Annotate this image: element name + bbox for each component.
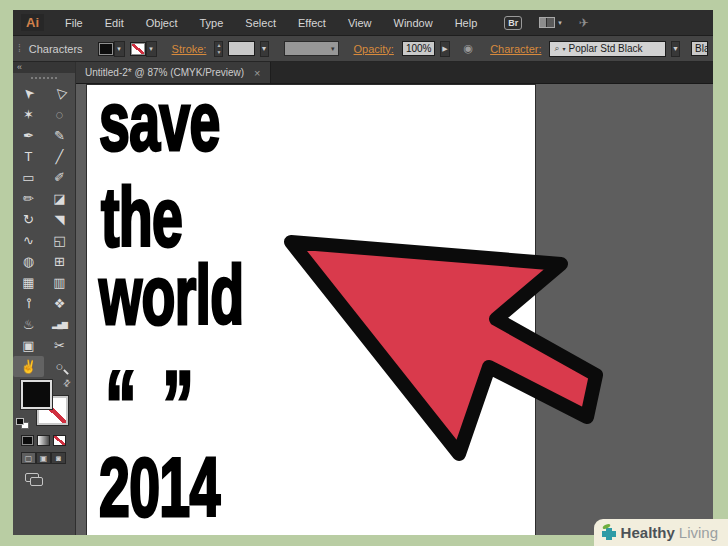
draw-behind-button[interactable]: ▣ <box>36 452 51 464</box>
illustrator-window: Ai File Edit Object Type Select Effect V… <box>13 10 713 535</box>
canvas-text-quotes[interactable]: “ ” <box>105 357 198 453</box>
menu-help[interactable]: Help <box>455 17 478 29</box>
panel-grip-icon[interactable]: ⁞ <box>18 43 20 54</box>
chevron-down-icon: ▾ <box>558 19 562 27</box>
fill-dropdown-button[interactable]: ▾ <box>114 41 125 57</box>
watermark-bold-text: Healthy <box>621 524 675 541</box>
watermark-light-text: Living <box>679 524 718 541</box>
rectangle-tool[interactable]: ▭ <box>13 167 44 188</box>
menu-select[interactable]: Select <box>245 17 276 29</box>
canvas-text-the[interactable]: the <box>101 175 182 259</box>
screenshot-frame: Ai File Edit Object Type Select Effect V… <box>0 0 728 546</box>
screen-mode-rect-icon <box>30 477 43 486</box>
pen-tool[interactable]: ✒ <box>13 125 44 146</box>
character-label[interactable]: Character: <box>490 43 541 55</box>
fill-color-swatch[interactable] <box>98 42 114 56</box>
bridge-button[interactable]: Br <box>504 16 522 30</box>
red-arrow-annotation <box>284 232 604 492</box>
canvas-text-2014[interactable]: 2014 <box>99 445 220 529</box>
width-tool[interactable]: ∿ <box>13 230 44 251</box>
opacity-label[interactable]: Opacity: <box>354 43 394 55</box>
menu-type[interactable]: Type <box>200 17 224 29</box>
curvature-pen-tool[interactable]: ✎ <box>44 125 75 146</box>
draw-inside-button[interactable]: ◙ <box>51 452 66 464</box>
line-segment-tool[interactable]: ╱ <box>44 146 75 167</box>
search-icon: ⌕ <box>554 43 559 54</box>
stepper-down-icon[interactable]: ▼ <box>216 49 221 56</box>
default-fill-mini <box>16 418 24 425</box>
magic-wand-tool[interactable]: ✶ <box>13 104 44 125</box>
color-type-buttons <box>13 433 75 446</box>
lasso-tool[interactable]: ◌ <box>44 104 75 125</box>
menu-view[interactable]: View <box>348 17 372 29</box>
healthy-living-watermark: Healthy Living <box>594 519 728 546</box>
width-profile-dropdown[interactable]: ▾ <box>284 41 339 56</box>
blend-tool[interactable]: ❖ <box>44 293 75 314</box>
eraser-tool[interactable]: ◪ <box>44 188 75 209</box>
column-graph-tool[interactable]: ▂▄▆ <box>44 314 75 335</box>
color-button[interactable] <box>21 435 34 446</box>
fill-black-swatch[interactable] <box>21 380 52 409</box>
slice-tool[interactable]: ✂ <box>44 335 75 356</box>
stroke-weight-field[interactable] <box>228 41 254 56</box>
draw-normal-button[interactable]: ▢ <box>21 452 36 464</box>
hand-tool[interactable]: ✌ <box>13 356 44 377</box>
opacity-spinner-button[interactable]: ▶ <box>440 41 449 57</box>
gradient-tool[interactable]: ▥ <box>44 272 75 293</box>
fill-stroke-indicator: ⇄ <box>13 377 75 433</box>
stroke-weight-dropdown-button[interactable]: ▼ <box>260 41 269 57</box>
font-name-value: Poplar Std Black <box>569 43 643 54</box>
chevron-down-icon: ▾ <box>563 45 566 52</box>
gradient-button[interactable] <box>37 435 50 446</box>
stroke-label[interactable]: Stroke: <box>172 43 207 55</box>
close-icon[interactable]: × <box>254 67 260 79</box>
canvas-text-world[interactable]: world <box>99 253 244 337</box>
font-dropdown-button[interactable]: ▼ <box>671 41 680 57</box>
workspace-switcher-button[interactable]: ▾ <box>539 17 562 28</box>
type-tool[interactable]: T <box>13 146 44 167</box>
characters-panel-label: Characters <box>29 43 83 55</box>
cs-live-icon[interactable]: ✈ <box>579 16 589 30</box>
menu-object[interactable]: Object <box>146 17 178 29</box>
document-tab-title: Untitled-2* @ 87% (CMYK/Preview) <box>85 67 244 78</box>
healthy-living-cross-icon <box>599 523 619 543</box>
menu-bar: Ai File Edit Object Type Select Effect V… <box>13 10 713 36</box>
style-options-icon[interactable]: ◉ <box>464 42 474 55</box>
menu-edit[interactable]: Edit <box>105 17 124 29</box>
opacity-field[interactable]: 100% <box>402 41 436 56</box>
tools-panel: « ➤ ▷ ✶ ◌ ✒ ✎ T ╱ ▭ ✐ ✏ ◪ ↻ ◥ ∿ <box>13 62 76 535</box>
menu-file[interactable]: File <box>65 17 83 29</box>
stroke-weight-stepper[interactable]: ▲ ▼ <box>214 41 223 57</box>
pencil-tool[interactable]: ✏ <box>13 188 44 209</box>
artboard-tool[interactable]: ▣ <box>13 335 44 356</box>
stroke-dropdown-button[interactable]: ▾ <box>146 41 157 57</box>
tools-grid: ➤ ▷ ✶ ◌ ✒ ✎ T ╱ ▭ ✐ ✏ ◪ ↻ ◥ ∿ ◱ ◍ <box>13 82 75 377</box>
change-screen-mode-button[interactable] <box>25 473 45 487</box>
drawing-mode-buttons: ▢ ▣ ◙ <box>13 446 75 464</box>
document-area: Untitled-2* @ 87% (CMYK/Preview) × save … <box>76 62 713 535</box>
ai-logo: Ai <box>21 14 44 31</box>
font-style-dropdown[interactable]: Bla <box>691 41 708 56</box>
swap-fill-stroke-icon[interactable]: ⇄ <box>61 377 73 389</box>
panel-collapse-button[interactable]: « <box>13 62 75 73</box>
font-family-combo[interactable]: ⌕ ▾ Poplar Std Black <box>549 41 665 57</box>
main-area: « ➤ ▷ ✶ ◌ ✒ ✎ T ╱ ▭ ✐ ✏ ◪ ↻ ◥ ∿ <box>13 62 713 535</box>
canvas-viewport[interactable]: save the world “ ” 2014 <box>76 84 713 535</box>
menu-window[interactable]: Window <box>394 17 433 29</box>
default-fill-stroke-icon[interactable] <box>16 418 29 429</box>
stroke-color-swatch[interactable] <box>130 42 146 56</box>
fill-color-control: ▾ <box>98 41 125 57</box>
workspace-layout-icon <box>539 17 555 28</box>
canvas-text-save[interactable]: save <box>99 84 220 163</box>
none-button[interactable] <box>53 435 66 446</box>
free-transform-tool[interactable]: ◱ <box>44 230 75 251</box>
perspective-grid-tool[interactable]: ⊞ <box>44 251 75 272</box>
rotate-tool[interactable]: ↻ <box>13 209 44 230</box>
menu-effect[interactable]: Effect <box>298 17 326 29</box>
zoom-tool[interactable]: ○ <box>44 356 75 377</box>
paintbrush-tool[interactable]: ✐ <box>44 167 75 188</box>
document-tab[interactable]: Untitled-2* @ 87% (CMYK/Preview) × <box>76 62 271 83</box>
symbol-sprayer-tool[interactable]: ♨ <box>13 314 44 335</box>
shape-builder-tool[interactable]: ◍ <box>13 251 44 272</box>
scale-tool[interactable]: ◥ <box>44 209 75 230</box>
